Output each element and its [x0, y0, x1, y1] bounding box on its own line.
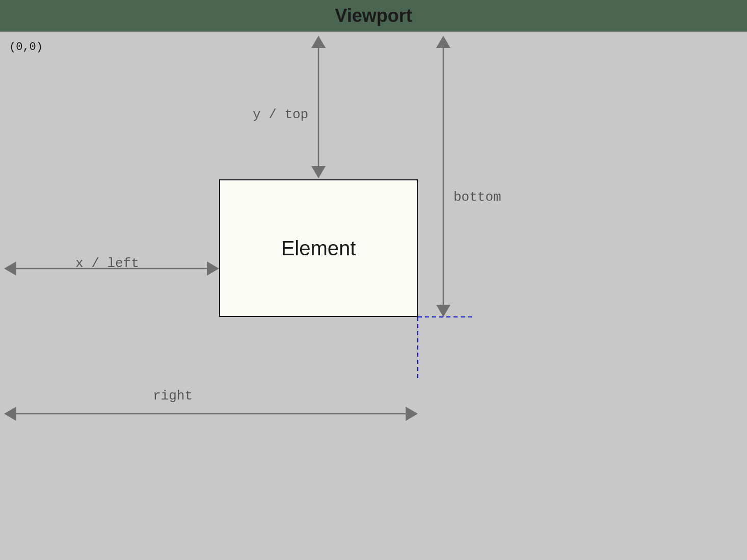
bottom-label: bottom	[453, 190, 501, 205]
origin-label: (0,0)	[9, 41, 43, 54]
element-box: Element	[219, 179, 418, 317]
svg-marker-16	[406, 407, 418, 421]
svg-marker-9	[436, 36, 450, 48]
element-label: Element	[281, 237, 356, 260]
svg-marker-10	[436, 305, 450, 317]
svg-marker-7	[311, 166, 326, 178]
svg-marker-12	[4, 261, 16, 276]
svg-marker-13	[207, 261, 219, 276]
header-bar: Viewport	[0, 0, 747, 32]
page-title: Viewport	[335, 5, 412, 26]
x-left-label: x / left	[75, 256, 139, 271]
y-top-label: y / top	[253, 107, 308, 122]
diagram-canvas: (0,0) Element y / top bottom x / left ri…	[0, 32, 747, 560]
svg-marker-15	[4, 407, 16, 421]
right-label: right	[153, 388, 193, 404]
svg-marker-6	[311, 36, 326, 48]
